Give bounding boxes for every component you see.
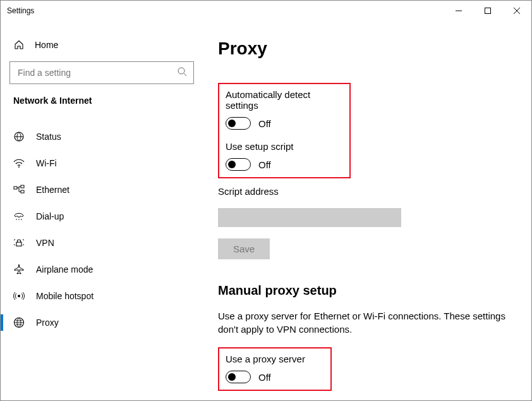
proxy-icon bbox=[13, 317, 25, 328]
sidebar-item-label: Mobile hotspot bbox=[36, 291, 94, 301]
svg-point-7 bbox=[18, 166, 20, 168]
ethernet-icon bbox=[13, 184, 25, 195]
close-button[interactable] bbox=[502, 1, 531, 21]
svg-rect-8 bbox=[14, 187, 17, 189]
sidebar-section-title: Network & Internet bbox=[1, 96, 203, 112]
sidebar: Home Network & Internet Status Wi-Fi Eth… bbox=[1, 21, 203, 400]
dialup-icon bbox=[13, 211, 25, 222]
sidebar-item-label: Ethernet bbox=[36, 185, 70, 195]
status-icon bbox=[13, 131, 25, 142]
home-icon bbox=[13, 40, 25, 50]
sidebar-item-label: VPN bbox=[36, 238, 54, 248]
svg-line-5 bbox=[184, 73, 186, 76]
setup-script-toggle[interactable] bbox=[226, 158, 251, 171]
auto-detect-toggle[interactable] bbox=[226, 117, 251, 130]
search-input[interactable] bbox=[10, 68, 193, 78]
svg-point-13 bbox=[21, 219, 22, 220]
sidebar-item-airplane[interactable]: Airplane mode bbox=[1, 256, 203, 283]
auto-detect-label: Automatically detect settings bbox=[226, 89, 343, 111]
page-title: Proxy bbox=[218, 39, 516, 59]
manual-description: Use a proxy server for Ethernet or Wi-Fi… bbox=[218, 309, 509, 336]
svg-rect-10 bbox=[21, 190, 24, 193]
svg-rect-1 bbox=[485, 8, 491, 14]
sidebar-item-label: Proxy bbox=[36, 318, 59, 328]
titlebar: Settings bbox=[1, 1, 531, 21]
svg-point-15 bbox=[18, 295, 20, 297]
sidebar-item-status[interactable]: Status bbox=[1, 123, 203, 150]
use-proxy-label: Use a proxy server bbox=[226, 354, 324, 364]
save-button[interactable]: Save bbox=[218, 238, 270, 259]
sidebar-item-label: Airplane mode bbox=[36, 264, 93, 275]
sidebar-item-dialup[interactable]: Dial-up bbox=[1, 203, 203, 230]
airplane-icon bbox=[13, 264, 25, 275]
highlight-box-auto: Automatically detect settings Off Use se… bbox=[218, 83, 351, 178]
manual-section-header: Manual proxy setup bbox=[218, 283, 516, 298]
port-label: Port bbox=[318, 398, 368, 400]
sidebar-item-hotspot[interactable]: Mobile hotspot bbox=[1, 283, 203, 309]
svg-point-11 bbox=[16, 219, 17, 220]
sidebar-item-proxy[interactable]: Proxy bbox=[1, 309, 203, 336]
svg-point-4 bbox=[178, 68, 184, 74]
search-box[interactable] bbox=[9, 61, 194, 84]
window-title: Settings bbox=[7, 6, 34, 15]
search-icon bbox=[177, 66, 187, 79]
auto-detect-state: Off bbox=[258, 118, 271, 129]
hotspot-icon bbox=[13, 290, 25, 302]
highlight-box-proxy: Use a proxy server Off bbox=[218, 347, 332, 391]
svg-rect-14 bbox=[16, 242, 21, 246]
sidebar-item-ethernet[interactable]: Ethernet bbox=[1, 176, 203, 203]
window-controls bbox=[444, 1, 531, 21]
address-label: Address bbox=[218, 398, 300, 400]
wifi-icon bbox=[13, 157, 25, 169]
sidebar-item-wifi[interactable]: Wi-Fi bbox=[1, 150, 203, 176]
setup-script-label: Use setup script bbox=[226, 141, 343, 152]
script-address-label: Script address bbox=[218, 186, 516, 197]
sidebar-item-label: Dial-up bbox=[36, 211, 64, 221]
setup-script-state: Off bbox=[258, 159, 271, 170]
use-proxy-toggle[interactable] bbox=[226, 371, 251, 383]
svg-point-12 bbox=[18, 219, 20, 220]
sidebar-item-label: Status bbox=[36, 132, 61, 142]
home-button[interactable]: Home bbox=[1, 34, 203, 56]
vpn-icon bbox=[13, 237, 25, 249]
home-label: Home bbox=[35, 40, 58, 50]
sidebar-item-label: Wi-Fi bbox=[36, 158, 57, 168]
content-pane: Proxy Automatically detect settings Off … bbox=[203, 21, 531, 400]
minimize-button[interactable] bbox=[444, 1, 473, 21]
svg-rect-9 bbox=[21, 185, 24, 188]
sidebar-item-vpn[interactable]: VPN bbox=[1, 230, 203, 256]
script-address-input[interactable] bbox=[218, 208, 401, 227]
maximize-button[interactable] bbox=[473, 1, 502, 21]
use-proxy-state: Off bbox=[258, 372, 271, 383]
